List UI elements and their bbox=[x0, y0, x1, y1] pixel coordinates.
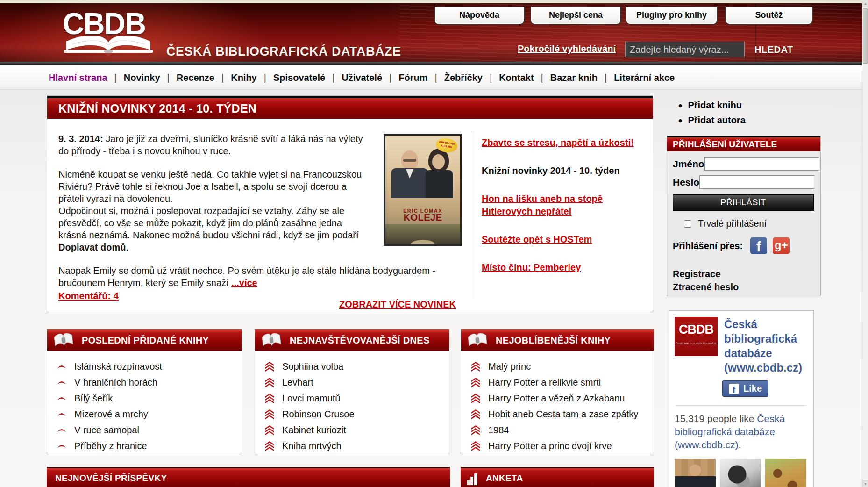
book-link[interactable]: Levhart bbox=[264, 376, 449, 388]
book-title-doplavat-domu: Doplavat domů bbox=[58, 242, 126, 252]
advanced-search-link[interactable]: Pokročilé vyhledávání bbox=[518, 43, 616, 54]
triple-chevron-icon bbox=[470, 393, 481, 403]
open-book-icon bbox=[260, 331, 283, 350]
facebook-like-button[interactable]: f Like bbox=[722, 380, 768, 397]
cover-landscape-art bbox=[385, 224, 460, 244]
article-title: KNIŽNÍ NOVINKY 2014 - 10. TÝDEN bbox=[58, 102, 256, 115]
triple-chevron-icon bbox=[470, 361, 481, 372]
news-link-fox-hunt[interactable]: Hon na lišku aneb na stopě Hitlerových n… bbox=[482, 193, 651, 218]
panel-favorite-books-header: NEJOBLÍBENĚJŠÍ KNIHY bbox=[461, 329, 654, 351]
news-heading-weekly: Knižní novinky 2014 - 10. týden bbox=[482, 165, 651, 177]
book-cover-koleje-osudu[interactable]: PŘEDLOHA K FILMU ERIC LOMAX KOLEJE OSUDU bbox=[384, 134, 462, 246]
vertical-scrollbar[interactable]: ▲ ▼ bbox=[862, 0, 868, 487]
nav-item-literary-events[interactable]: Literární akce bbox=[598, 72, 675, 83]
panel-most-visited: NEJNAVŠTĚVOVANĚJŠÍ DNES Sophiina volba L… bbox=[255, 329, 449, 454]
book-link[interactable]: Harry Potter a vězeň z Azkabanu bbox=[470, 392, 654, 404]
username-field[interactable] bbox=[704, 157, 819, 171]
password-label: Heslo bbox=[673, 177, 699, 188]
add-author-link[interactable]: Přidat autora bbox=[678, 114, 746, 127]
registration-link[interactable]: Registrace bbox=[673, 267, 814, 280]
read-more-link[interactable]: ...více bbox=[231, 278, 257, 288]
fan-photo-2[interactable] bbox=[720, 459, 761, 487]
password-field[interactable] bbox=[699, 175, 814, 189]
sidebar-quick-links: Přidat knihu Přidat autora bbox=[678, 99, 746, 129]
search-submit-button[interactable]: HLEDAT bbox=[754, 44, 793, 55]
show-more-news-link[interactable]: ZOBRAZIT VÍCE NOVINEK bbox=[339, 299, 456, 309]
fan-photo-1[interactable] bbox=[675, 459, 716, 487]
fan-photo-3[interactable] bbox=[765, 459, 806, 487]
scroll-down-arrow[interactable]: ▼ bbox=[862, 480, 868, 487]
nav-item-users[interactable]: Uživatelé bbox=[325, 72, 382, 83]
site-logo[interactable]: CBDB bbox=[63, 9, 154, 55]
open-book-icon bbox=[52, 331, 75, 350]
triple-chevron-icon bbox=[264, 377, 275, 387]
triple-chevron-icon bbox=[470, 441, 481, 451]
book-link[interactable]: Robinson Crusoe bbox=[264, 408, 449, 420]
nav-item-news[interactable]: Novinky bbox=[107, 72, 160, 83]
book-link[interactable]: V ruce samopal bbox=[57, 424, 242, 436]
scroll-up-arrow[interactable]: ▲ bbox=[862, 0, 868, 7]
password-row: Heslo bbox=[673, 175, 814, 189]
book-link[interactable]: Mizerové a mrchy bbox=[57, 408, 242, 420]
chevron-up-icon bbox=[57, 395, 67, 401]
nav-item-books[interactable]: Knihy bbox=[214, 72, 257, 83]
bar-chart-icon bbox=[466, 471, 479, 485]
facebook-widget-header: CBDB ČESKÁ BIBLIOGRAFICKÁ DATABÁZE Česká… bbox=[675, 317, 808, 375]
book-link[interactable]: Příběhy z hranice bbox=[57, 440, 242, 452]
nav-item-book-bazaar[interactable]: Bazar knih bbox=[534, 72, 598, 83]
book-link[interactable]: V hraničních horách bbox=[57, 376, 242, 388]
article-body: PŘEDLOHA K FILMU ERIC LOMAX KOLEJE OSUDU… bbox=[47, 119, 653, 312]
column-divider bbox=[473, 133, 473, 299]
username-label: Jméno bbox=[673, 158, 704, 170]
article-date: 9. 3. 2014: bbox=[58, 134, 103, 144]
scrollbar-thumb[interactable] bbox=[863, 8, 868, 64]
triple-chevron-icon bbox=[264, 409, 275, 419]
login-submit-button[interactable]: PŘIHLÁSIT bbox=[673, 194, 814, 211]
add-book-link[interactable]: Přidat knihu bbox=[678, 99, 746, 112]
social-login-row: Přihlášení přes: f g+ bbox=[673, 237, 814, 254]
article-title-bar: KNIŽNÍ NOVINKY 2014 - 10. TÝDEN bbox=[47, 96, 653, 119]
cover-woman-face bbox=[432, 154, 445, 169]
news-link-host-contest[interactable]: Soutěžte opět s HOSTem bbox=[482, 233, 651, 246]
book-plugins-button[interactable]: Pluginy pro knihy bbox=[626, 7, 718, 25]
top-strip bbox=[0, 0, 868, 3]
cbdb-facebook-logo[interactable]: CBDB ČESKÁ BIBLIOGRAFICKÁ DATABÁZE bbox=[675, 317, 718, 356]
nav-item-contact[interactable]: Kontakt bbox=[483, 72, 534, 83]
nav-item-authors[interactable]: Spisovatelé bbox=[257, 72, 325, 83]
remember-me-row: Trvalé přihlášení bbox=[684, 218, 814, 229]
book-link[interactable]: Kabinet kuriozit bbox=[264, 424, 449, 436]
facebook-login-icon[interactable]: f bbox=[750, 237, 767, 254]
nav-item-charts[interactable]: Žebříčky bbox=[427, 72, 482, 83]
triple-chevron-icon bbox=[264, 393, 275, 403]
best-price-button[interactable]: Nejlepší cena bbox=[530, 7, 621, 25]
book-link[interactable]: Sophiina volba bbox=[264, 360, 449, 372]
book-link[interactable]: Malý princ bbox=[470, 360, 654, 372]
news-link-stress[interactable]: Zbavte se stresu, napětí a úzkosti! bbox=[482, 136, 651, 149]
book-link[interactable]: Bílý šeřík bbox=[57, 392, 242, 404]
book-link[interactable]: Harry Potter a relikvie smrti bbox=[470, 376, 654, 388]
lost-password-link[interactable]: Ztracené heslo bbox=[673, 280, 814, 294]
nav-top-strip bbox=[0, 62, 868, 65]
latest-posts-bar: NEJNOVĚJŠÍ PŘÍSPĚVKY bbox=[47, 467, 450, 487]
contest-button[interactable]: Soutěž bbox=[725, 7, 813, 25]
remember-me-checkbox[interactable] bbox=[684, 220, 691, 228]
article-text-column: PŘEDLOHA K FILMU ERIC LOMAX KOLEJE OSUDU… bbox=[58, 133, 462, 302]
nav-item-forum[interactable]: Fórum bbox=[382, 72, 427, 83]
book-link[interactable]: Harry Potter a princ dvojí krve bbox=[470, 440, 654, 452]
book-link[interactable]: Hobit aneb Cesta tam a zase zpátky bbox=[470, 408, 654, 420]
book-link[interactable]: Islámská rozpínavost bbox=[57, 360, 242, 372]
book-link[interactable]: 1984 bbox=[470, 424, 654, 436]
search-input[interactable] bbox=[625, 42, 745, 57]
help-button[interactable]: Nápověda bbox=[434, 7, 525, 25]
book-link[interactable]: Kniha mrtvých bbox=[264, 440, 449, 452]
nav-item-home[interactable]: Hlavní strana bbox=[49, 72, 107, 83]
article-paragraph-3: Naopak Emily se domů už vrátit nechce. P… bbox=[58, 265, 462, 289]
google-plus-login-icon[interactable]: g+ bbox=[773, 237, 790, 254]
chevron-up-icon bbox=[57, 380, 67, 385]
news-link-pemberley[interactable]: Místo činu: Pemberley bbox=[482, 261, 651, 274]
panel-most-visited-header: NEJNAVŠTĚVOVANĚJŠÍ DNES bbox=[255, 329, 449, 351]
book-link[interactable]: Lovci mamutů bbox=[264, 392, 449, 404]
username-row: Jméno bbox=[673, 157, 814, 171]
nav-item-reviews[interactable]: Recenze bbox=[160, 72, 214, 83]
facebook-page-link[interactable]: Česká bibliografická databáze (www.cbdb.… bbox=[724, 317, 808, 375]
